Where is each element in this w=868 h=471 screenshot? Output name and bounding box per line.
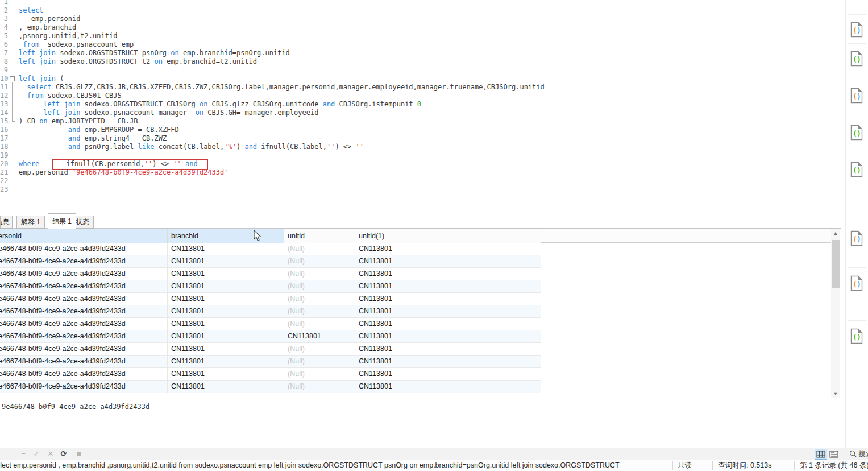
table-cell[interactable]: (Null) bbox=[284, 268, 355, 280]
table-row[interactable]: 9e466748-b0f9-4ce9-a2ce-a4d39fd2433dCN11… bbox=[0, 280, 541, 293]
refresh-icon[interactable]: ⟳ bbox=[59, 449, 68, 458]
table-cell[interactable]: CN113801 bbox=[355, 280, 541, 293]
table-cell[interactable]: 9e466748-b0f9-4ce9-a2ce-a4d39fd2433d bbox=[0, 318, 168, 330]
cell-value: CN113801 bbox=[359, 295, 392, 303]
table-cell[interactable]: CN113801 bbox=[355, 268, 541, 280]
search-control[interactable]: 搜索 bbox=[849, 449, 868, 459]
table-cell[interactable]: (Null) bbox=[284, 368, 355, 381]
table-row[interactable]: 9e466748-b0f9-4ce9-a2ce-a4d39fd2433dCN11… bbox=[0, 305, 541, 318]
column-header-branchid[interactable]: branchid bbox=[168, 229, 284, 243]
table-cell[interactable]: 9e466748-b0f9-4ce9-a2ce-a4d39fd2433d bbox=[0, 243, 168, 255]
table-cell[interactable]: CN113801 bbox=[168, 293, 284, 305]
table-cell[interactable]: CN113801 bbox=[168, 268, 284, 280]
table-cell[interactable]: (Null) bbox=[284, 305, 355, 318]
table-cell[interactable]: (Null) bbox=[284, 293, 355, 305]
table-cell[interactable]: 9e466748-b0f9-4ce9-a2ce-a4d39fd2433d bbox=[0, 343, 168, 356]
column-header-unitid1[interactable]: unitid(1) bbox=[355, 229, 541, 243]
table-cell[interactable]: CN113801 bbox=[355, 318, 541, 330]
table-cell[interactable]: (Null) bbox=[284, 381, 355, 393]
table-cell[interactable]: CN113801 bbox=[168, 368, 284, 381]
table-cell[interactable]: 9e466748-b0f9-4ce9-a2ce-a4d39fd2433d bbox=[0, 330, 168, 343]
code-fold-guide-end bbox=[12, 121, 15, 122]
table-row[interactable]: 9e466748-b0f9-4ce9-a2ce-a4d39fd2433dCN11… bbox=[0, 343, 541, 356]
code-text: emp.personid='9e466748-b0f9-4ce9-a2ce-a4… bbox=[19, 168, 228, 177]
table-cell[interactable]: (Null) bbox=[284, 356, 355, 368]
line-number: 3 bbox=[0, 15, 8, 23]
table-row[interactable]: 9e466748-b0f9-4ce9-a2ce-a4d39fd2433dCN11… bbox=[0, 293, 541, 305]
table-cell[interactable]: 9e466748-b0f9-4ce9-a2ce-a4d39fd2433d bbox=[0, 268, 168, 280]
table-cell[interactable]: (Null) bbox=[284, 280, 355, 293]
results-grid[interactable]: personidbranchidunitidunitid(1) 9e466748… bbox=[0, 229, 831, 398]
result-tab-3[interactable]: 结果 1 bbox=[48, 213, 76, 229]
status-bar: select emp.personid , emp.branchid ,psno… bbox=[0, 460, 868, 471]
scroll-up-icon[interactable]: ▲ bbox=[831, 229, 840, 238]
table-cell[interactable]: (Null) bbox=[284, 243, 355, 255]
table-cell[interactable]: (Null) bbox=[284, 255, 355, 268]
table-cell[interactable]: CN113801 bbox=[355, 293, 541, 305]
scroll-down-icon[interactable]: ▼ bbox=[831, 389, 840, 398]
table-cell[interactable]: CN113801 bbox=[355, 368, 541, 381]
scrollbar-thumb[interactable] bbox=[832, 240, 840, 288]
table-cell[interactable]: CN113801 bbox=[355, 343, 541, 356]
sql-file-icon-orange-blue[interactable]: () bbox=[850, 88, 863, 104]
delete-record-icon[interactable]: − bbox=[19, 449, 28, 458]
stop-icon[interactable]: ■ bbox=[74, 449, 84, 458]
line-number: 10 bbox=[0, 75, 8, 83]
sql-file-icon-green[interactable]: () bbox=[850, 162, 863, 177]
table-row[interactable]: 9e466748-b0f9-4ce9-a2ce-a4d39fd2433dCN11… bbox=[0, 356, 541, 368]
table-cell[interactable]: CN113801 bbox=[355, 356, 541, 368]
sql-file-icon-green[interactable]: () bbox=[850, 328, 863, 344]
column-header-unitid[interactable]: unitid bbox=[284, 229, 355, 243]
table-row[interactable]: 9e466748-b0f9-4ce9-a2ce-a4d39fd2433dCN11… bbox=[0, 268, 541, 280]
result-tab-2[interactable]: 解释 1 bbox=[16, 216, 45, 229]
sql-file-icon-green[interactable]: () bbox=[850, 51, 863, 67]
table-row[interactable]: 9e466748-b0f9-4ce9-a2ce-a4d39fd2433dCN11… bbox=[0, 368, 541, 381]
table-row[interactable]: 9e466748-b0f9-4ce9-a2ce-a4d39fd2433dCN11… bbox=[0, 243, 541, 255]
sql-file-icon-orange-blue[interactable]: () bbox=[850, 275, 863, 291]
table-cell[interactable]: 9e466748-b0f9-4ce9-a2ce-a4d39fd2433d bbox=[0, 255, 168, 268]
table-cell[interactable]: 9e466748-b0f9-4ce9-a2ce-a4d39fd2433d bbox=[0, 356, 168, 368]
table-cell[interactable]: CN113801 bbox=[168, 330, 284, 343]
sql-editor[interactable]: 12select3 emp.personid4, emp.branchid5,p… bbox=[0, 0, 841, 212]
table-cell[interactable]: 9e466748-b0f9-4ce9-a2ce-a4d39fd2433d bbox=[0, 305, 168, 318]
table-cell[interactable]: CN113801 bbox=[355, 381, 541, 393]
table-cell[interactable]: (Null) bbox=[284, 343, 355, 356]
code-fold-collapse-icon[interactable] bbox=[10, 76, 15, 81]
table-cell[interactable]: 9e466748-b0f9-4ce9-a2ce-a4d39fd2433d bbox=[0, 280, 168, 293]
sql-file-icon-orange-blue[interactable]: () bbox=[850, 22, 863, 38]
table-cell[interactable]: CN113801 bbox=[355, 243, 541, 255]
table-cell[interactable]: CN113801 bbox=[355, 255, 541, 268]
table-row[interactable]: 9e466748-b0f9-4ce9-a2ce-a4d39fd2433dCN11… bbox=[0, 255, 541, 268]
table-cell[interactable]: CN113801 bbox=[168, 255, 284, 268]
grid-scrollbar[interactable]: ▲ ▼ bbox=[831, 229, 840, 398]
column-header-personid[interactable]: personid bbox=[0, 229, 168, 243]
table-cell[interactable]: 9e466748-b0f9-4ce9-a2ce-a4d39fd2433d bbox=[0, 368, 168, 381]
line-number: 14 bbox=[0, 109, 8, 117]
table-cell[interactable]: CN113801 bbox=[355, 305, 541, 318]
sql-file-icon-green[interactable]: () bbox=[850, 125, 863, 141]
table-cell[interactable]: CN113801 bbox=[168, 381, 284, 393]
table-row[interactable]: 9e466748-b0f9-4ce9-a2ce-a4d39fd2433dCN11… bbox=[0, 381, 541, 393]
apply-changes-icon[interactable]: ✓ bbox=[32, 449, 41, 458]
table-cell[interactable]: CN113801 bbox=[168, 243, 284, 255]
table-cell[interactable]: CN113801 bbox=[355, 330, 541, 343]
query-time-label: 查询时间: 0.513s bbox=[718, 460, 771, 471]
result-tab-1[interactable]: 信息 bbox=[0, 216, 13, 229]
sql-file-icon-orange-blue[interactable]: () bbox=[850, 230, 863, 246]
table-row[interactable]: 9e466748-b0f9-4ce9-a2ce-a4d39fd2433dCN11… bbox=[0, 330, 541, 343]
table-cell[interactable]: CN113801 bbox=[168, 318, 284, 330]
table-cell[interactable]: 9e466748-b0f9-4ce9-a2ce-a4d39fd2433d bbox=[0, 381, 168, 393]
table-cell[interactable]: (Null) bbox=[284, 318, 355, 330]
grid-view-button[interactable] bbox=[815, 449, 827, 460]
table-cell[interactable]: 9e466748-b0f9-4ce9-a2ce-a4d39fd2433d bbox=[0, 293, 168, 305]
cell-value: CN113801 bbox=[171, 282, 205, 290]
table-cell[interactable]: CN113801 bbox=[168, 280, 284, 293]
discard-changes-icon[interactable]: ✕ bbox=[46, 449, 55, 458]
table-cell[interactable]: CN113801 bbox=[168, 305, 284, 318]
table-cell[interactable]: CN113801 bbox=[284, 330, 355, 343]
results-grid-header[interactable]: personidbranchidunitidunitid(1) bbox=[0, 229, 831, 243]
table-cell[interactable]: CN113801 bbox=[168, 343, 284, 356]
table-cell[interactable]: CN113801 bbox=[168, 356, 284, 368]
table-row[interactable]: 9e466748-b0f9-4ce9-a2ce-a4d39fd2433dCN11… bbox=[0, 318, 541, 330]
form-view-button[interactable] bbox=[828, 449, 840, 460]
